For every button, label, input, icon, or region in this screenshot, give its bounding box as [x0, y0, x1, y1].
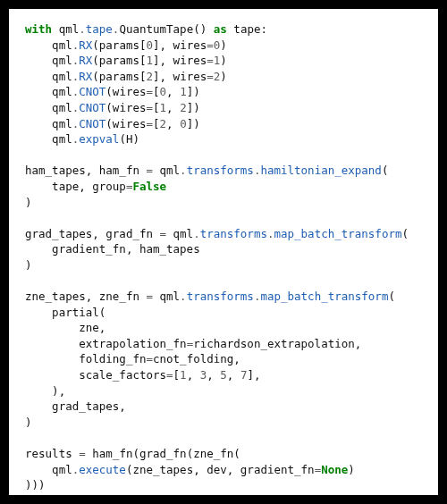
code-token: ( [388, 290, 395, 303]
code-token: ham_tapes, ham_fn [25, 164, 146, 177]
code-token: RX [79, 54, 92, 67]
code-token: , [166, 117, 180, 130]
code-token: = [146, 164, 153, 177]
code-token: (H) [119, 132, 139, 146]
code-token: qml [25, 54, 72, 67]
code-token: ]) [187, 85, 200, 98]
code-token: tape [227, 22, 261, 36]
code-line: qml.CNOT(wires=[1, 2]) [25, 101, 200, 114]
code-token: qml [59, 22, 80, 36]
code-line: ham_tapes, ham_fn = qml.transforms.hamil… [25, 164, 388, 177]
code-token: extrapolation_fn [25, 337, 187, 350]
code-token: zne, [25, 321, 105, 334]
code-panel: with qml.tape.QuantumTape() as tape: qml… [9, 9, 438, 495]
code-line: ) [25, 416, 32, 429]
code-token: ) [220, 54, 227, 67]
code-token: qml [153, 164, 180, 177]
code-line: ) [25, 258, 32, 272]
code-token: hamiltonian_expand [260, 164, 381, 177]
code-line: qml.CNOT(wires=[0, 1]) [25, 85, 200, 98]
code-token: [ [153, 101, 160, 114]
code-token: = [207, 38, 214, 52]
code-line: ) [25, 196, 32, 209]
code-token: = [166, 368, 173, 382]
code-token: grad_tapes, grad_fn [25, 227, 160, 240]
code-token: ) [220, 70, 227, 83]
code-token: CNOT [79, 85, 105, 98]
code-token: : [260, 22, 267, 36]
code-token: ), [25, 384, 65, 398]
code-line: zne_tapes, zne_fn = qml.transforms.map_b… [25, 290, 395, 303]
code-token: qml [25, 70, 72, 83]
code-token: , [166, 101, 180, 114]
screenshot-frame: with qml.tape.QuantumTape() as tape: qml… [0, 0, 447, 504]
code-token: 1 [147, 54, 154, 67]
code-token: . [193, 227, 200, 240]
code-token: ( [401, 227, 409, 240]
code-token: = [146, 352, 153, 365]
code-token: cnot_folding, [153, 352, 240, 365]
code-line: qml.RX(params[2], wires=2) [25, 70, 227, 83]
code-token: ], wires [153, 38, 207, 52]
code-line: qml.CNOT(wires=[2, 0]) [25, 117, 200, 130]
code-token: ], [247, 368, 260, 382]
code-line: ), [25, 384, 65, 398]
code-token: ) [25, 416, 32, 429]
code-token: gradient_fn, ham_tapes [25, 242, 200, 256]
code-line: qml.RX(params[0], wires=0) [25, 38, 227, 52]
code-token: CNOT [79, 117, 105, 130]
code-line: qml.expval(H) [25, 132, 139, 146]
code-token: , [166, 85, 180, 98]
code-token: ) [25, 196, 32, 209]
code-token: = [207, 54, 214, 67]
code-token: [ [153, 117, 160, 130]
code-token: with [25, 22, 59, 36]
code-token: . [180, 164, 187, 177]
code-token: qml [25, 101, 72, 114]
code-token: 1 [160, 101, 167, 114]
code-line: folding_fn=cnot_folding, [25, 352, 240, 365]
code-line: tape, group=False [25, 180, 166, 193]
code-line: qml.execute(zne_tapes, dev, gradient_fn=… [25, 463, 355, 476]
code-token: 2 [147, 70, 154, 83]
code-token: 2 [180, 101, 187, 114]
code-token: ham_fn(grad_fn(zne_fn( [86, 447, 240, 460]
code-token: = [146, 290, 153, 303]
code-line: extrapolation_fn=richardson_extrapolatio… [25, 337, 361, 350]
code-token: 1 [180, 368, 187, 382]
code-token: qml [25, 463, 72, 476]
code-token: RX [79, 38, 92, 52]
code-token: = [79, 447, 86, 460]
code-token: scale_factors [25, 368, 166, 382]
code-line: grad_tapes, grad_fn = qml.transforms.map… [25, 227, 409, 240]
code-token: grad_tapes, [25, 399, 126, 413]
code-token: ) [25, 258, 32, 272]
code-token: ]) [187, 101, 200, 114]
code-token: , [187, 368, 200, 382]
code-token: qml [25, 85, 72, 98]
code-token: . [79, 22, 86, 36]
code-token: 0 [147, 38, 154, 52]
code-token: = [146, 117, 153, 130]
code-token: as [214, 22, 227, 36]
code-line: zne, [25, 321, 105, 334]
code-token: ], wires [153, 70, 207, 83]
code-line: results = ham_fn(grad_fn(zne_fn( [25, 447, 240, 460]
code-token: qml [153, 290, 180, 303]
code-token: folding_fn [25, 352, 146, 365]
code-token: qml [25, 117, 72, 130]
code-token: qml [25, 132, 72, 146]
code-token: results [25, 447, 79, 460]
code-token: [ [153, 85, 160, 98]
code-token: zne_tapes, zne_fn [25, 290, 146, 303]
code-token: , [207, 368, 220, 382]
code-token: ) [220, 38, 227, 52]
code-token: 5 [220, 368, 227, 382]
code-token: transforms [187, 164, 254, 177]
code-token: (params[ [92, 70, 146, 83]
code-token: 0 [160, 85, 167, 98]
code-token: 1 [180, 85, 187, 98]
code-token: = [146, 101, 153, 114]
code-token: expval [79, 132, 119, 146]
code-token: partial( [25, 306, 105, 319]
